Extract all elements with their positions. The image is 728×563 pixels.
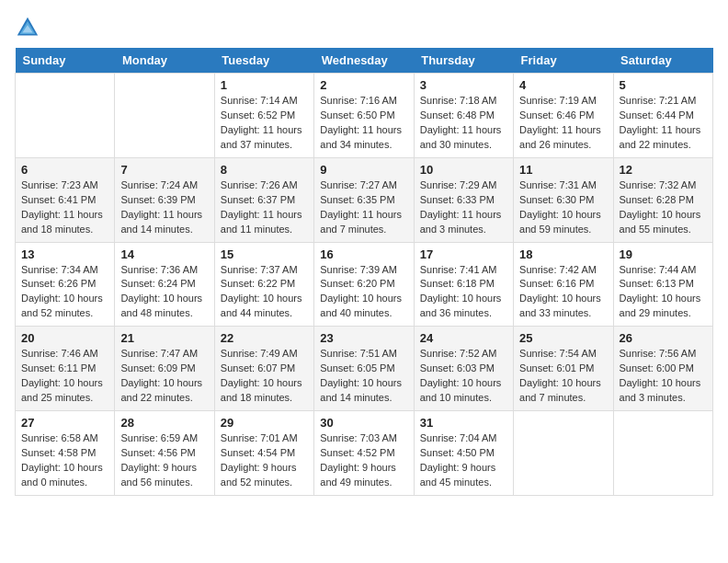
calendar-cell: 10Sunrise: 7:29 AM Sunset: 6:33 PM Dayli… bbox=[414, 157, 513, 242]
calendar-cell: 19Sunrise: 7:44 AM Sunset: 6:13 PM Dayli… bbox=[613, 242, 712, 327]
logo-icon bbox=[15, 15, 40, 40]
calendar-cell bbox=[613, 411, 712, 496]
day-number: 27 bbox=[21, 416, 108, 430]
calendar-cell: 5Sunrise: 7:21 AM Sunset: 6:44 PM Daylig… bbox=[613, 74, 712, 158]
day-info: Sunrise: 7:47 AM Sunset: 6:09 PM Dayligh… bbox=[120, 347, 208, 406]
day-info: Sunrise: 7:39 AM Sunset: 6:20 PM Dayligh… bbox=[320, 263, 407, 322]
day-info: Sunrise: 7:31 AM Sunset: 6:30 PM Dayligh… bbox=[519, 178, 607, 237]
day-number: 2 bbox=[320, 78, 407, 92]
day-info: Sunrise: 7:42 AM Sunset: 6:16 PM Dayligh… bbox=[519, 263, 607, 322]
header-cell-wednesday: Wednesday bbox=[314, 48, 414, 74]
day-number: 3 bbox=[420, 78, 507, 92]
day-info: Sunrise: 7:34 AM Sunset: 6:26 PM Dayligh… bbox=[21, 263, 108, 322]
calendar-cell: 2Sunrise: 7:16 AM Sunset: 6:50 PM Daylig… bbox=[314, 74, 414, 158]
calendar-cell bbox=[16, 74, 115, 158]
day-number: 29 bbox=[221, 416, 308, 430]
day-number: 10 bbox=[420, 163, 507, 177]
day-info: Sunrise: 7:51 AM Sunset: 6:05 PM Dayligh… bbox=[320, 347, 407, 406]
calendar-cell: 22Sunrise: 7:49 AM Sunset: 6:07 PM Dayli… bbox=[214, 327, 313, 411]
calendar-header-row: SundayMondayTuesdayWednesdayThursdayFrid… bbox=[16, 48, 713, 74]
day-number: 12 bbox=[620, 163, 707, 177]
calendar-cell: 4Sunrise: 7:19 AM Sunset: 6:46 PM Daylig… bbox=[514, 74, 613, 158]
calendar-week-row: 1Sunrise: 7:14 AM Sunset: 6:52 PM Daylig… bbox=[16, 74, 713, 158]
calendar-cell: 17Sunrise: 7:41 AM Sunset: 6:18 PM Dayli… bbox=[414, 242, 513, 327]
day-number: 17 bbox=[420, 247, 507, 261]
day-number: 18 bbox=[519, 247, 607, 261]
day-info: Sunrise: 7:46 AM Sunset: 6:11 PM Dayligh… bbox=[21, 347, 108, 406]
calendar-cell: 20Sunrise: 7:46 AM Sunset: 6:11 PM Dayli… bbox=[16, 327, 115, 411]
calendar-cell: 26Sunrise: 7:56 AM Sunset: 6:00 PM Dayli… bbox=[613, 327, 712, 411]
day-info: Sunrise: 7:14 AM Sunset: 6:52 PM Dayligh… bbox=[221, 94, 308, 153]
day-number: 5 bbox=[620, 78, 707, 92]
day-info: Sunrise: 7:01 AM Sunset: 4:54 PM Dayligh… bbox=[221, 431, 308, 490]
day-number: 23 bbox=[320, 331, 407, 345]
calendar-cell: 21Sunrise: 7:47 AM Sunset: 6:09 PM Dayli… bbox=[115, 327, 214, 411]
calendar-cell: 12Sunrise: 7:32 AM Sunset: 6:28 PM Dayli… bbox=[613, 157, 712, 242]
calendar-cell: 8Sunrise: 7:26 AM Sunset: 6:37 PM Daylig… bbox=[214, 157, 313, 242]
calendar-cell: 1Sunrise: 7:14 AM Sunset: 6:52 PM Daylig… bbox=[214, 74, 313, 158]
calendar-cell: 15Sunrise: 7:37 AM Sunset: 6:22 PM Dayli… bbox=[214, 242, 313, 327]
calendar-week-row: 20Sunrise: 7:46 AM Sunset: 6:11 PM Dayli… bbox=[16, 327, 713, 411]
calendar-cell: 7Sunrise: 7:24 AM Sunset: 6:39 PM Daylig… bbox=[115, 157, 214, 242]
day-info: Sunrise: 6:58 AM Sunset: 4:58 PM Dayligh… bbox=[21, 431, 108, 490]
day-number: 19 bbox=[620, 247, 707, 261]
day-number: 11 bbox=[519, 163, 607, 177]
calendar-cell: 25Sunrise: 7:54 AM Sunset: 6:01 PM Dayli… bbox=[514, 327, 613, 411]
calendar-cell: 14Sunrise: 7:36 AM Sunset: 6:24 PM Dayli… bbox=[115, 242, 214, 327]
day-info: Sunrise: 7:32 AM Sunset: 6:28 PM Dayligh… bbox=[620, 178, 707, 237]
day-number: 9 bbox=[320, 163, 407, 177]
header-cell-friday: Friday bbox=[514, 48, 613, 74]
calendar-cell bbox=[115, 74, 214, 158]
calendar-cell: 13Sunrise: 7:34 AM Sunset: 6:26 PM Dayli… bbox=[16, 242, 115, 327]
day-info: Sunrise: 6:59 AM Sunset: 4:56 PM Dayligh… bbox=[120, 431, 208, 490]
day-info: Sunrise: 7:49 AM Sunset: 6:07 PM Dayligh… bbox=[221, 347, 308, 406]
calendar-cell: 11Sunrise: 7:31 AM Sunset: 6:30 PM Dayli… bbox=[514, 157, 613, 242]
header-cell-sunday: Sunday bbox=[16, 48, 115, 74]
calendar-week-row: 6Sunrise: 7:23 AM Sunset: 6:41 PM Daylig… bbox=[16, 157, 713, 242]
day-info: Sunrise: 7:23 AM Sunset: 6:41 PM Dayligh… bbox=[21, 178, 108, 237]
day-number: 30 bbox=[320, 416, 407, 430]
day-number: 13 bbox=[21, 247, 108, 261]
day-info: Sunrise: 7:36 AM Sunset: 6:24 PM Dayligh… bbox=[120, 263, 208, 322]
calendar-cell: 6Sunrise: 7:23 AM Sunset: 6:41 PM Daylig… bbox=[16, 157, 115, 242]
day-info: Sunrise: 7:54 AM Sunset: 6:01 PM Dayligh… bbox=[519, 347, 607, 406]
calendar-cell: 24Sunrise: 7:52 AM Sunset: 6:03 PM Dayli… bbox=[414, 327, 513, 411]
calendar-cell: 18Sunrise: 7:42 AM Sunset: 6:16 PM Dayli… bbox=[514, 242, 613, 327]
day-number: 22 bbox=[221, 331, 308, 345]
calendar-cell bbox=[514, 411, 613, 496]
day-number: 28 bbox=[120, 416, 208, 430]
calendar-cell: 30Sunrise: 7:03 AM Sunset: 4:52 PM Dayli… bbox=[314, 411, 414, 496]
day-info: Sunrise: 7:21 AM Sunset: 6:44 PM Dayligh… bbox=[620, 94, 707, 153]
day-number: 20 bbox=[21, 331, 108, 345]
calendar-table: SundayMondayTuesdayWednesdayThursdayFrid… bbox=[15, 48, 713, 496]
day-number: 25 bbox=[519, 331, 607, 345]
calendar-cell: 3Sunrise: 7:18 AM Sunset: 6:48 PM Daylig… bbox=[414, 74, 513, 158]
day-info: Sunrise: 7:29 AM Sunset: 6:33 PM Dayligh… bbox=[420, 178, 507, 237]
day-number: 16 bbox=[320, 247, 407, 261]
day-info: Sunrise: 7:03 AM Sunset: 4:52 PM Dayligh… bbox=[320, 431, 407, 490]
calendar-cell: 31Sunrise: 7:04 AM Sunset: 4:50 PM Dayli… bbox=[414, 411, 513, 496]
logo bbox=[15, 15, 44, 40]
day-number: 15 bbox=[221, 247, 308, 261]
calendar-week-row: 13Sunrise: 7:34 AM Sunset: 6:26 PM Dayli… bbox=[16, 242, 713, 327]
day-number: 8 bbox=[221, 163, 308, 177]
day-number: 31 bbox=[420, 416, 507, 430]
day-number: 24 bbox=[420, 331, 507, 345]
header-cell-monday: Monday bbox=[115, 48, 214, 74]
day-number: 21 bbox=[120, 331, 208, 345]
day-number: 4 bbox=[519, 78, 607, 92]
calendar-cell: 28Sunrise: 6:59 AM Sunset: 4:56 PM Dayli… bbox=[115, 411, 214, 496]
day-info: Sunrise: 7:16 AM Sunset: 6:50 PM Dayligh… bbox=[320, 94, 407, 153]
day-number: 7 bbox=[120, 163, 208, 177]
day-info: Sunrise: 7:37 AM Sunset: 6:22 PM Dayligh… bbox=[221, 263, 308, 322]
calendar-cell: 9Sunrise: 7:27 AM Sunset: 6:35 PM Daylig… bbox=[314, 157, 414, 242]
header-cell-thursday: Thursday bbox=[414, 48, 513, 74]
day-info: Sunrise: 7:41 AM Sunset: 6:18 PM Dayligh… bbox=[420, 263, 507, 322]
header-cell-tuesday: Tuesday bbox=[214, 48, 313, 74]
calendar-cell: 27Sunrise: 6:58 AM Sunset: 4:58 PM Dayli… bbox=[16, 411, 115, 496]
calendar-week-row: 27Sunrise: 6:58 AM Sunset: 4:58 PM Dayli… bbox=[16, 411, 713, 496]
day-info: Sunrise: 7:26 AM Sunset: 6:37 PM Dayligh… bbox=[221, 178, 308, 237]
day-info: Sunrise: 7:24 AM Sunset: 6:39 PM Dayligh… bbox=[120, 178, 208, 237]
header-cell-saturday: Saturday bbox=[613, 48, 712, 74]
day-info: Sunrise: 7:27 AM Sunset: 6:35 PM Dayligh… bbox=[320, 178, 407, 237]
